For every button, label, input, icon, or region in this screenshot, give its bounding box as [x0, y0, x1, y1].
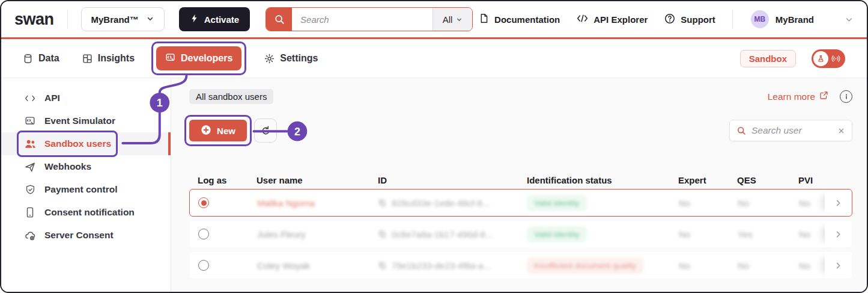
gear-icon: [264, 54, 275, 64]
help-circle-icon: [664, 13, 675, 26]
top-header: swan MyBrand™ Activate All: [1, 1, 867, 37]
swan-logo: swan: [14, 10, 54, 29]
col-qes: QES: [737, 175, 798, 185]
document-icon: [479, 13, 489, 25]
sidebar-payment-control-label: Payment control: [44, 184, 117, 195]
documentation-link[interactable]: Documentation: [479, 13, 560, 25]
sidebar-item-consent-notification[interactable]: Consent notification: [1, 201, 171, 224]
chevron-down-icon: [845, 15, 854, 24]
database-icon: [23, 54, 33, 64]
table-header: Log as User name ID Identification statu…: [189, 175, 852, 185]
api-explorer-link[interactable]: API Explorer: [577, 14, 648, 25]
pvi-cell: No: [799, 198, 825, 208]
pvi-cell: No: [799, 229, 825, 239]
body: API Event Simulator Sandbox users Webh: [1, 78, 867, 292]
users-icon: [24, 139, 36, 149]
env-toggle[interactable]: [812, 49, 845, 68]
new-user-button[interactable]: New: [189, 120, 247, 141]
nav-insights-label: Insights: [98, 53, 135, 64]
log-as-radio[interactable]: [198, 229, 209, 239]
brand-selector-label: MyBrand™: [91, 14, 139, 25]
bolt-icon: [190, 14, 199, 25]
learn-more-label: Learn more: [768, 91, 815, 102]
cloud-icon: [24, 230, 36, 241]
status-badge: Valid identity: [527, 196, 586, 211]
sidebar-item-webhooks[interactable]: Webhooks: [1, 155, 171, 178]
table-row[interactable]: Coley Woyak 79e1b233-de23-4f8a-a... Insu…: [189, 251, 852, 279]
qes-cell: No: [738, 198, 799, 208]
copy-icon[interactable]: [378, 199, 386, 207]
user-search: [729, 120, 852, 141]
user-name-cell: Coley Woyak: [257, 261, 378, 271]
col-id: ID: [378, 175, 527, 185]
search-icon: [736, 126, 746, 135]
header-links: Documentation API Explorer Support MB My…: [479, 10, 854, 29]
refresh-button[interactable]: [254, 119, 277, 143]
nav-item-developers[interactable]: Developers: [156, 46, 241, 70]
dev-console-icon: [165, 52, 175, 65]
status-cell: Valid identity: [527, 196, 679, 211]
main-content: All sandbox users Learn more: [171, 78, 867, 292]
chevron-down-icon: [456, 14, 463, 25]
new-button-annotated: New: [189, 120, 247, 141]
search-scope-dropdown[interactable]: All: [432, 8, 472, 31]
nav-item-developers-annotated: Developers: [156, 46, 241, 70]
col-log-as: Log as: [189, 175, 256, 185]
user-id-text: 79e1b233-de23-4f8a-a...: [392, 261, 491, 271]
nav-item-insights[interactable]: Insights: [82, 53, 135, 64]
info-icon[interactable]: [840, 90, 852, 103]
copy-icon[interactable]: [378, 230, 386, 238]
row-chevron-icon[interactable]: [825, 221, 852, 247]
live-signal-icon: [828, 55, 843, 63]
toolbar: New: [189, 120, 852, 141]
status-cell: Insufficient document quality: [527, 258, 679, 273]
table-row[interactable]: Jules Fleury 0c8e7a8a-1b17-496d-8... Val…: [189, 220, 852, 248]
sidebar-item-api[interactable]: API: [1, 87, 171, 109]
flask-icon: [813, 51, 828, 66]
main-top-row: All sandbox users Learn more: [189, 89, 852, 104]
account-name: MyBrand: [775, 14, 814, 25]
account-menu[interactable]: MB MyBrand: [751, 10, 854, 28]
nav-data-label: Data: [38, 53, 59, 64]
external-link-icon: [819, 91, 828, 102]
global-search-input[interactable]: [292, 8, 432, 31]
sidebar-item-event-simulator[interactable]: Event Simulator: [1, 109, 171, 132]
user-name-cell: Malika Ngoma: [257, 198, 378, 208]
sidebar-server-consent-label: Server Consent: [44, 230, 114, 241]
env-controls: Sandbox: [740, 49, 845, 68]
pvi-cell: No: [799, 261, 825, 271]
log-as-radio[interactable]: [198, 197, 209, 208]
status-cell: Valid identity: [527, 227, 679, 242]
close-icon[interactable]: [837, 127, 845, 135]
log-as-radio[interactable]: [198, 260, 209, 271]
activate-button[interactable]: Activate: [179, 7, 250, 31]
expert-cell: No: [679, 229, 738, 239]
col-pvi: PVI: [798, 175, 824, 185]
sidebar-webhooks-label: Webhooks: [44, 161, 91, 172]
sidebar-item-payment-control[interactable]: Payment control: [1, 178, 171, 201]
table-row[interactable]: Malika Ngoma 828cd33e-1ede-48cf-8... Val…: [189, 189, 852, 217]
developers-sidebar: API Event Simulator Sandbox users Webh: [1, 78, 171, 292]
row-chevron-icon[interactable]: [825, 190, 852, 216]
support-label: Support: [681, 14, 715, 25]
learn-more-link[interactable]: Learn more: [768, 91, 828, 102]
support-link[interactable]: Support: [664, 13, 715, 26]
avatar: MB: [751, 10, 769, 28]
nav-item-data[interactable]: Data: [23, 53, 59, 64]
expert-cell: No: [679, 198, 738, 208]
event-simulator-icon: [24, 116, 36, 126]
nav-settings-label: Settings: [280, 53, 318, 64]
chevron-down-icon: [146, 14, 154, 25]
brand-selector-dropdown[interactable]: MyBrand™: [81, 7, 165, 31]
search-scope-label: All: [443, 14, 453, 25]
nav-developers-label: Developers: [181, 53, 232, 64]
sidebar-item-sandbox-users[interactable]: Sandbox users: [1, 132, 171, 155]
sidebar-item-server-consent[interactable]: Server Consent: [1, 224, 171, 247]
col-user-name: User name: [256, 175, 378, 185]
user-search-input[interactable]: [751, 125, 832, 136]
row-chevron-icon[interactable]: [825, 252, 852, 279]
sidebar-api-label: API: [44, 93, 60, 103]
copy-icon[interactable]: [378, 262, 386, 270]
nav-item-settings[interactable]: Settings: [264, 53, 318, 64]
smartphone-icon: [24, 207, 36, 218]
